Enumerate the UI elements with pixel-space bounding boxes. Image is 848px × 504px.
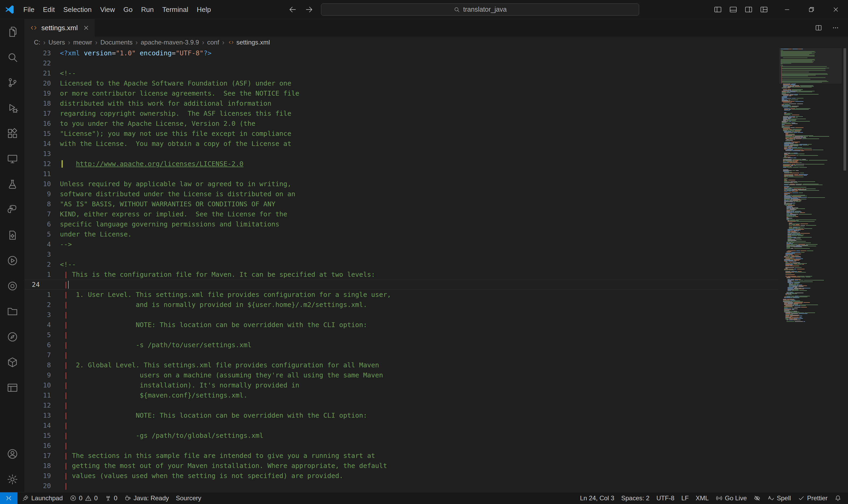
code-line[interactable]: 13 [25,149,779,159]
code-line[interactable]: 20Licensed to the Apache Software Founda… [25,78,779,88]
code-line[interactable]: 10 | installation). It's normally provid… [25,380,779,390]
menu-edit[interactable]: Edit [39,0,59,19]
status-launchpad[interactable]: Launchpad [19,492,66,504]
close-button[interactable] [824,0,848,19]
status-prettier[interactable]: Prettier [794,492,831,504]
status-sourcery[interactable]: Sourcery [172,492,205,504]
code-line[interactable]: 18 | getting the most out of your Maven … [25,461,779,471]
arrow-right-button[interactable] [303,3,315,16]
menu-help[interactable]: Help [192,0,215,19]
code-line[interactable]: 13 | NOTE: This location can be overridd… [25,411,779,420]
code-line[interactable]: 1 | This is the configuration file for M… [25,270,779,280]
code-line[interactable]: 14with the License. You may obtain a cop… [25,139,779,149]
menu-selection[interactable]: Selection [59,0,96,19]
code-line[interactable]: 6specific language governing permissions… [25,219,779,229]
code-line[interactable]: 20 | [25,481,779,491]
layout-customize-button[interactable] [757,2,771,17]
code-line[interactable]: 16 | [25,441,779,451]
code-line[interactable]: 9 | users on a machine (assuming they're… [25,370,779,380]
ellipsis-button[interactable] [828,21,843,35]
code-line[interactable]: 5 | [25,330,779,340]
code-line[interactable]: 18distributed with this work for additio… [25,98,779,109]
menu-view[interactable]: View [96,0,119,19]
breadcrumb-file[interactable]: settings.xml [236,39,271,46]
code-line[interactable]: 2 | and is normally provided in ${user.h… [25,300,779,310]
activity-search[interactable] [0,44,25,70]
layout-sidebar-right-button[interactable] [741,2,756,17]
status-java-status[interactable]: Java: Ready [121,492,172,504]
code-line[interactable]: 15"License"); you may not use this file … [25,129,779,139]
activity-package[interactable] [0,349,25,375]
status-spell-checker[interactable]: Spell [764,492,794,504]
split-editor-button[interactable] [811,21,826,35]
activity-python[interactable] [0,197,25,222]
code-line[interactable]: 19or more contributor license agreements… [25,88,779,98]
code-line[interactable]: 21<!-- [25,68,779,78]
code-line[interactable]: 16to you under the Apache License, Versi… [25,119,779,129]
code-line[interactable]: 12 http://www.apache.org/licenses/LICENS… [25,159,779,169]
status-ports[interactable]: 0 [101,492,121,504]
code-line[interactable]: 6 | -s /path/to/user/settings.xml [25,340,779,350]
breadcrumb-item[interactable]: C: [33,39,41,46]
activity-source-control[interactable] [0,70,25,95]
menu-file[interactable]: File [19,0,39,19]
menu-run[interactable]: Run [137,0,158,19]
status-notifications[interactable] [831,492,845,504]
activity-folder[interactable] [0,299,25,324]
layout-sidebar-button[interactable] [711,2,725,17]
code-line[interactable]: 3 [25,250,779,259]
code-line[interactable]: 15 | -gs /path/to/global/settings.xml [25,431,779,441]
status-cursor-position[interactable]: Ln 24, Col 3 [576,492,618,504]
breadcrumb-item[interactable]: Users [48,39,66,46]
scrollbar-thumb[interactable] [844,48,846,170]
code-line[interactable]: 1 | 1. User Level. This settings.xml fil… [25,290,779,300]
status-eol[interactable]: LF [678,492,692,504]
arrow-left-button[interactable] [287,3,299,16]
code-line[interactable]: 2<!-- [25,259,779,270]
code-line[interactable]: 9software distributed under the License … [25,189,779,199]
breadcrumb-item[interactable]: Documents [100,39,133,46]
code-line[interactable]: 17 | The sections in this sample file ar… [25,451,779,461]
minimize-button[interactable] [775,0,799,19]
activity-gear-file[interactable] [0,222,25,248]
tab-settings-xml[interactable]: settings.xml [25,19,94,37]
command-center[interactable]: translator_java [321,3,639,16]
editor[interactable]: 23<?xml version="1.0" encoding="UTF-8"?>… [25,48,848,492]
code-line[interactable]: 8 | 2. Global Level. This settings.xml f… [25,360,779,370]
layout-panel-button[interactable] [726,2,740,17]
code-line[interactable]: 4 | NOTE: This location can be overridde… [25,320,779,330]
breadcrumb-item[interactable]: apache-maven-3.9.9 [140,39,200,46]
code-line[interactable]: 11 | ${maven.conf}/settings.xml. [25,390,779,400]
activity-compass[interactable] [0,324,25,349]
code-line[interactable]: 10Unless required by applicable law or a… [25,179,779,189]
code-line[interactable]: 3 | [25,310,779,320]
breadcrumb-item[interactable]: meowr [73,39,93,46]
code-line[interactable]: 22 [25,58,779,68]
code-line[interactable]: 24 | [25,280,779,290]
activity-window-layout[interactable] [0,375,25,400]
code-line[interactable]: 8"AS IS" BASIS, WITHOUT WARRANTIES OR CO… [25,199,779,209]
vertical-scrollbar[interactable] [842,48,848,492]
code-line[interactable]: 7KIND, either express or implied. See th… [25,209,779,219]
activity-account[interactable] [0,441,25,467]
activity-ring[interactable] [0,273,25,299]
activity-gear[interactable] [0,467,25,492]
breadcrumb-item[interactable]: conf [207,39,220,46]
restore-button[interactable] [799,0,824,19]
menu-terminal[interactable]: Terminal [158,0,192,19]
code-line[interactable]: 4--> [25,239,779,250]
activity-extensions[interactable] [0,121,25,146]
activity-debug[interactable] [0,95,25,121]
code-line[interactable]: 23<?xml version="1.0" encoding="UTF-8"?> [25,48,779,58]
status-visibility[interactable] [750,492,764,504]
remote-indicator[interactable] [0,492,17,504]
status-language-mode[interactable]: XML [692,492,712,504]
minimap[interactable] [779,48,842,492]
menu-go[interactable]: Go [119,0,137,19]
activity-beaker[interactable] [0,172,25,197]
status-problems[interactable]: 00 [66,492,101,504]
code-line[interactable]: 14 | [25,420,779,431]
activity-play-circle[interactable] [0,248,25,273]
status-encoding[interactable]: UTF-8 [653,492,678,504]
activity-monitor[interactable] [0,146,25,172]
